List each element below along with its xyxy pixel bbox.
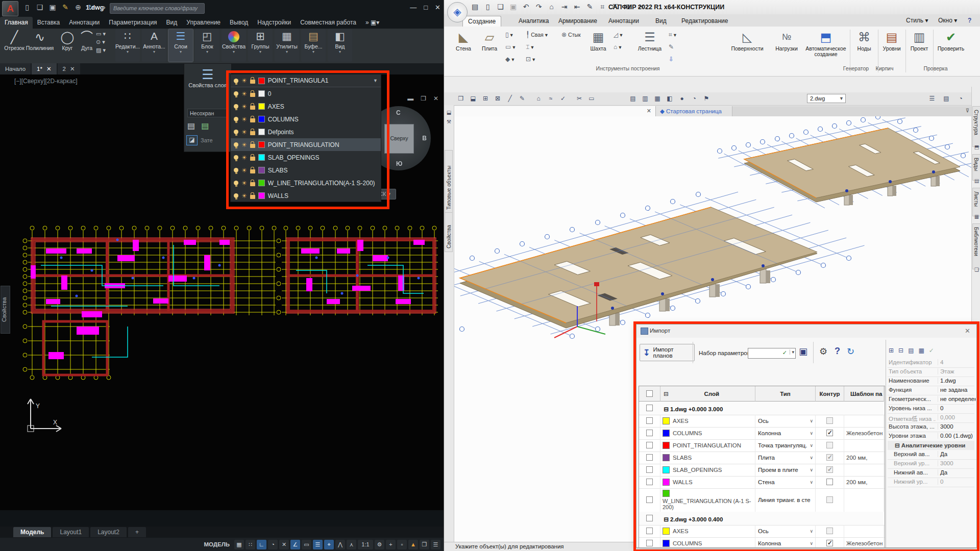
opening-tool[interactable]: ⊡▾ [526, 54, 535, 64]
layer-row[interactable]: ☀ Defpoints [231, 126, 381, 138]
group-checkbox[interactable] [646, 405, 653, 411]
units-icon[interactable]: ▫ [397, 540, 407, 549]
table-row[interactable]: COLUMNS Колонна∨ Железобетон колон [639, 427, 885, 440]
settings-gear-icon[interactable]: ⚙ [819, 346, 827, 357]
layer-color-swatch[interactable] [258, 103, 265, 110]
group-checkbox[interactable] [646, 515, 653, 521]
layer-lock-icon[interactable] [250, 169, 255, 173]
type-combo[interactable]: Колонна∨ [755, 537, 816, 548]
help-icon[interactable]: ? [835, 346, 840, 357]
panel-groups[interactable]: ⊞ Группы▾ [248, 29, 273, 62]
section-view-icon[interactable]: ≈ [546, 94, 556, 104]
tab-annotacii[interactable]: Аннотации [64, 17, 104, 29]
export-icon[interactable]: ⇤ [573, 3, 581, 11]
help-icon[interactable]: ? [968, 17, 971, 24]
doc-tab-2[interactable]: 2✕ [58, 63, 80, 74]
layer-freeze-icon[interactable]: ☀ [241, 78, 247, 84]
layer-isolate-icon[interactable]: ◪ [186, 135, 198, 145]
update-model-icon[interactable]: ⌂ [547, 3, 556, 11]
autocad-logo-icon[interactable]: A [2, 1, 18, 16]
layer-row[interactable]: ☀ WALLS [231, 189, 381, 202]
layout-tab-model[interactable]: Модель [13, 527, 51, 537]
layer-row[interactable]: ☀ SLABS [231, 164, 381, 177]
contour-checkbox[interactable] [826, 442, 833, 448]
menu-style[interactable]: Стиль ▾ [906, 17, 928, 24]
save-as-icon[interactable]: ✎ [61, 3, 70, 11]
active-document-combo[interactable]: 2.dwg▼ [807, 94, 846, 103]
table-row[interactable]: SLAB_OPENINGS Проем в плите∨ [639, 464, 885, 477]
properties-palette-tab[interactable]: Свойства [1, 286, 10, 334]
table-view-icon[interactable]: ▤ [941, 94, 951, 104]
check-tool[interactable]: ✔ Проверить [935, 29, 967, 52]
tab-nadstroyki[interactable]: Надстройки [253, 17, 296, 29]
annotation-scale[interactable]: 1:1 [358, 540, 373, 549]
type-combo[interactable]: Стена∨ [755, 476, 816, 488]
beam-tool[interactable]: ▭▾ [505, 42, 516, 52]
layer-row[interactable]: ☀ W_LINE_TRIANGULATION(A-1 S-200) [231, 177, 381, 189]
layout-2-icon[interactable]: ▥ [640, 94, 650, 104]
drop-tool[interactable]: ⇩ [669, 54, 674, 64]
panel-view[interactable]: ◧ Вид▾ [328, 29, 352, 62]
contour-checkbox[interactable] [826, 430, 833, 436]
layer-row[interactable]: ☀ AXES [231, 100, 381, 113]
panel-modify[interactable]: ∷ Редакти...▾ [115, 29, 140, 62]
layer-lock-icon[interactable] [250, 106, 255, 110]
tab-vid[interactable]: Вид [162, 17, 182, 29]
typical-objects-tab[interactable]: Типовые объекты [445, 150, 453, 213]
doc-close-icon[interactable]: ✕ [433, 95, 438, 102]
type-combo[interactable]: Проем в плите∨ [755, 464, 816, 476]
layer-freeze-icon[interactable]: ☀ [241, 180, 247, 186]
table-row[interactable]: W_LINE_TRIANGULATION (A-1 S-200) Линия т… [639, 488, 885, 512]
grid-icon[interactable]: ▦ [234, 540, 244, 549]
tab-vid[interactable]: Вид [650, 16, 672, 27]
tab-redaktirovanie[interactable]: Редактирование [676, 16, 733, 27]
layer-lock-icon[interactable] [250, 144, 255, 148]
panel-annotate[interactable]: A Аннота...▾ [142, 29, 166, 62]
layout-4-icon[interactable]: ◧ [665, 94, 675, 104]
row-checkbox[interactable] [646, 454, 653, 461]
tab-vstavka[interactable]: Вставка [33, 17, 65, 29]
param-set-combo[interactable]: ✓ ▾ [748, 348, 796, 359]
start-page-tab[interactable]: ◆ Стартовая страница [656, 106, 732, 116]
close-icon[interactable]: ✕ [435, 4, 440, 11]
layer-row[interactable]: ☀ SLAB_OPENINGS [231, 151, 381, 164]
doc-tab-1[interactable]: 1*✕ [32, 63, 57, 74]
rectangle-tool-icon[interactable]: ▭ ▾ [96, 31, 106, 37]
panel-layers[interactable]: ☰ Слои▾ [168, 29, 193, 62]
tab-glavnaya[interactable]: Главная [0, 17, 33, 29]
joint-tool[interactable]: ⊗Стык [561, 30, 581, 40]
new-file-icon[interactable]: ▯ [22, 3, 32, 11]
open-file-icon[interactable]: ❏ [35, 3, 44, 11]
layer-on-icon[interactable] [234, 117, 238, 121]
model-badge[interactable]: МОДЕЛЬ [204, 541, 230, 547]
grid-axes-tool[interactable]: ⌗▾ [669, 30, 676, 40]
collapse-icon[interactable]: ⊟ [664, 386, 669, 402]
layer-freeze-icon[interactable]: ☀ [241, 104, 247, 110]
panel-list-icon[interactable]: ▤ [471, 3, 479, 11]
contour-checkbox[interactable] [826, 496, 833, 503]
type-combo[interactable]: Плита∨ [755, 452, 816, 464]
type-combo[interactable]: Линия трианг. в сте [755, 488, 816, 512]
layer-row-highlighted[interactable]: ☀ POINT_TRIANGULATION [231, 138, 381, 151]
panel-utilities[interactable]: ▦ Утилиты▾ [275, 29, 299, 62]
layer-match-icon[interactable]: ▤ [201, 121, 209, 131]
isodraft-icon[interactable]: ✕ [279, 540, 289, 549]
layer-properties-button[interactable]: ☰ Свойства слоя [188, 67, 227, 98]
prop-row[interactable]: Нижний ав...Да [888, 468, 974, 478]
layer-on-icon[interactable] [234, 130, 238, 134]
row-checkbox[interactable] [646, 466, 653, 473]
hatch-tool-icon[interactable]: ▨ ▾ [96, 47, 106, 54]
selection-cycling-icon[interactable]: ⋏ [347, 540, 356, 549]
layer-color-swatch[interactable] [258, 116, 265, 122]
project-tool[interactable]: ▥ Проект [908, 29, 931, 52]
row-checkbox[interactable] [646, 417, 653, 424]
save-params-icon[interactable]: ▣ [799, 346, 807, 357]
roof-tool[interactable]: ⌂▾ [614, 42, 622, 52]
table-row[interactable]: AXES Ось∨ [639, 415, 885, 428]
sapfir-logo-icon[interactable]: ◈ [447, 2, 468, 22]
layer-combo-current[interactable]: ☀ POINT_TRIANGULA1 ▼ [231, 74, 381, 87]
layer-freeze-icon[interactable]: ☀ [241, 155, 247, 161]
tab-armirovanie[interactable]: Армирование [553, 16, 602, 27]
views-tab[interactable]: Виды [972, 154, 980, 181]
layer-row[interactable]: ☀ 0 [231, 87, 381, 100]
